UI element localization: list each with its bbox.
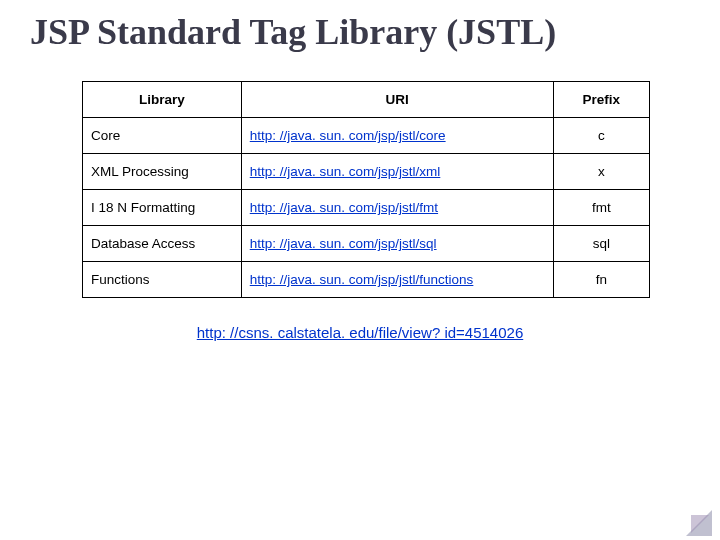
table-row: Core http: //java. sun. com/jsp/jstl/cor… [83,118,650,154]
cell-library: Functions [83,262,242,298]
footer-link-wrap: http: //csns. calstatela. edu/file/view?… [0,324,720,341]
cell-prefix: fn [553,262,649,298]
page-curl-icon [686,510,712,536]
uri-link[interactable]: http: //java. sun. com/jsp/jstl/core [250,128,446,143]
table-row: XML Processing http: //java. sun. com/js… [83,154,650,190]
cell-uri: http: //java. sun. com/jsp/jstl/function… [241,262,553,298]
cell-library: I 18 N Formatting [83,190,242,226]
cell-uri: http: //java. sun. com/jsp/jstl/fmt [241,190,553,226]
cell-library: XML Processing [83,154,242,190]
uri-link[interactable]: http: //java. sun. com/jsp/jstl/xml [250,164,441,179]
table-row: I 18 N Formatting http: //java. sun. com… [83,190,650,226]
table-row: Database Access http: //java. sun. com/j… [83,226,650,262]
cell-prefix: x [553,154,649,190]
cell-prefix: c [553,118,649,154]
uri-link[interactable]: http: //java. sun. com/jsp/jstl/sql [250,236,437,251]
col-library: Library [83,82,242,118]
footer-link[interactable]: http: //csns. calstatela. edu/file/view?… [197,324,523,341]
col-prefix: Prefix [553,82,649,118]
jstl-table: Library URI Prefix Core http: //java. su… [82,81,650,298]
uri-link[interactable]: http: //java. sun. com/jsp/jstl/fmt [250,200,438,215]
cell-uri: http: //java. sun. com/jsp/jstl/sql [241,226,553,262]
page-title: JSP Standard Tag Library (JSTL) [0,0,720,53]
table-row: Functions http: //java. sun. com/jsp/jst… [83,262,650,298]
cell-library: Database Access [83,226,242,262]
cell-prefix: fmt [553,190,649,226]
cell-uri: http: //java. sun. com/jsp/jstl/core [241,118,553,154]
table-header-row: Library URI Prefix [83,82,650,118]
col-uri: URI [241,82,553,118]
uri-link[interactable]: http: //java. sun. com/jsp/jstl/function… [250,272,474,287]
cell-library: Core [83,118,242,154]
cell-prefix: sql [553,226,649,262]
cell-uri: http: //java. sun. com/jsp/jstl/xml [241,154,553,190]
